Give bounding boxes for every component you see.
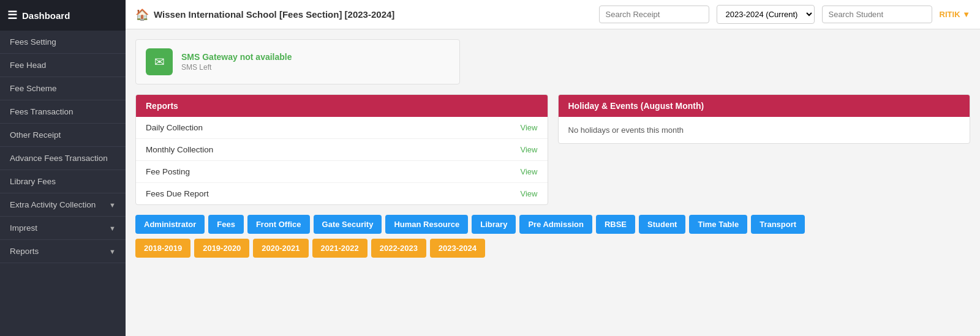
reports-body: Daily CollectionViewMonthly CollectionVi…	[136, 117, 548, 204]
view-link[interactable]: View	[521, 167, 538, 176]
holiday-panel: Holiday & Events (August Month) No holid…	[558, 94, 971, 144]
view-link[interactable]: View	[521, 145, 538, 154]
sidebar-item-label: Reports	[10, 247, 39, 256]
user-menu[interactable]: RITIK ▼	[940, 10, 970, 19]
sidebar-item-extra-activity-collection[interactable]: Extra Activity Collection▼	[0, 193, 126, 217]
sidebar-title: Dashboard	[22, 10, 70, 21]
module-button-fees[interactable]: Fees	[208, 215, 244, 234]
report-label: Monthly Collection	[146, 145, 213, 154]
report-row: Fee PostingView	[136, 161, 548, 183]
sidebar-item-library-fees[interactable]: Library Fees	[0, 170, 126, 193]
sidebar-item-label: Other Receipt	[10, 130, 61, 140]
report-row: Fees Due ReportView	[136, 183, 548, 204]
sms-subtitle: SMS Left	[181, 63, 292, 72]
report-label: Fee Posting	[146, 167, 190, 176]
holiday-column: Holiday & Events (August Month) No holid…	[558, 94, 971, 205]
sidebar-item-label: Library Fees	[10, 177, 56, 186]
module-button-front-office[interactable]: Front Office	[247, 215, 310, 234]
year-buttons: 2018-20192019-20202020-20212021-20222022…	[135, 239, 970, 258]
module-button-library[interactable]: Library	[472, 215, 516, 234]
sidebar-item-reports[interactable]: Reports▼	[0, 240, 126, 263]
sidebar-item-imprest[interactable]: Imprest▼	[0, 217, 126, 240]
module-button-pre-admission[interactable]: Pre Admission	[519, 215, 592, 234]
sidebar-item-label: Advance Fees Transaction	[10, 154, 108, 163]
module-button-human-resource[interactable]: Human Resource	[385, 215, 468, 234]
two-col-layout: Reports Daily CollectionViewMonthly Coll…	[135, 94, 970, 205]
topbar-title: 🏠 Wissen International School [Fees Sect…	[135, 8, 592, 21]
year-select[interactable]: 2023-2024 (Current)	[717, 5, 815, 24]
sms-title: SMS Gateway not available	[181, 52, 292, 62]
report-label: Daily Collection	[146, 123, 203, 132]
sidebar-item-label: Imprest	[10, 223, 37, 233]
sms-text: SMS Gateway not available SMS Left	[181, 52, 292, 72]
module-button-gate-security[interactable]: Gate Security	[314, 215, 382, 234]
hamburger-icon[interactable]: ☰	[7, 9, 17, 22]
sms-icon: ✉	[146, 48, 173, 75]
chevron-down-icon: ▼	[109, 225, 116, 232]
sidebar-item-fees-transaction[interactable]: Fees Transaction	[0, 100, 126, 124]
sidebar-item-fee-head[interactable]: Fee Head	[0, 54, 126, 77]
module-button-administrator[interactable]: Administrator	[135, 215, 205, 234]
sidebar: ☰ Dashboard Fees SettingFee HeadFee Sche…	[0, 0, 126, 336]
sms-banner: ✉ SMS Gateway not available SMS Left	[135, 39, 460, 84]
search-student-input[interactable]	[822, 6, 932, 23]
search-receipt-input[interactable]	[599, 6, 709, 23]
year-button-2021-2022[interactable]: 2021-2022	[312, 239, 368, 258]
sidebar-item-label: Fees Transaction	[10, 107, 74, 116]
reports-panel: Reports Daily CollectionViewMonthly Coll…	[135, 94, 548, 205]
reports-column: Reports Daily CollectionViewMonthly Coll…	[135, 94, 548, 205]
year-button-2020-2021[interactable]: 2020-2021	[253, 239, 308, 258]
module-button-rbse[interactable]: RBSE	[596, 215, 635, 234]
year-button-2022-2023[interactable]: 2022-2023	[371, 239, 426, 258]
sidebar-item-label: Fee Scheme	[10, 84, 57, 93]
school-title: Wissen International School [Fees Sectio…	[154, 9, 394, 20]
module-buttons: AdministratorFeesFront OfficeGate Securi…	[135, 215, 970, 234]
content-area: ✉ SMS Gateway not available SMS Left Rep…	[126, 29, 980, 336]
sidebar-item-fees-setting[interactable]: Fees Setting	[0, 31, 126, 54]
view-link[interactable]: View	[521, 189, 538, 198]
year-button-2023-2024[interactable]: 2023-2024	[430, 239, 485, 258]
sidebar-item-advance-fees-transaction[interactable]: Advance Fees Transaction	[0, 147, 126, 170]
sidebar-nav: Fees SettingFee HeadFee SchemeFees Trans…	[0, 31, 126, 263]
module-button-student[interactable]: Student	[639, 215, 685, 234]
report-row: Monthly CollectionView	[136, 139, 548, 161]
module-button-time-table[interactable]: Time Table	[689, 215, 747, 234]
sidebar-item-fee-scheme[interactable]: Fee Scheme	[0, 77, 126, 100]
view-link[interactable]: View	[521, 123, 538, 132]
main-area: 🏠 Wissen International School [Fees Sect…	[126, 0, 980, 336]
sidebar-item-label: Fee Head	[10, 61, 46, 70]
holiday-message: No holidays or events this month	[559, 117, 970, 143]
sidebar-header[interactable]: ☰ Dashboard	[0, 0, 126, 31]
report-label: Fees Due Report	[146, 189, 209, 198]
module-button-transport[interactable]: Transport	[751, 215, 805, 234]
chevron-down-icon: ▼	[109, 248, 116, 255]
sidebar-item-other-receipt[interactable]: Other Receipt	[0, 124, 126, 147]
chevron-down-icon: ▼	[109, 201, 116, 209]
year-button-2019-2020[interactable]: 2019-2020	[194, 239, 249, 258]
report-row: Daily CollectionView	[136, 117, 548, 139]
home-icon: 🏠	[135, 8, 149, 21]
topbar: 🏠 Wissen International School [Fees Sect…	[126, 0, 980, 29]
sidebar-item-label: Extra Activity Collection	[10, 200, 96, 209]
sidebar-item-label: Fees Setting	[10, 37, 56, 47]
reports-panel-header: Reports	[136, 95, 548, 117]
holiday-panel-header: Holiday & Events (August Month)	[559, 95, 970, 117]
year-button-2018-2019[interactable]: 2018-2019	[135, 239, 190, 258]
